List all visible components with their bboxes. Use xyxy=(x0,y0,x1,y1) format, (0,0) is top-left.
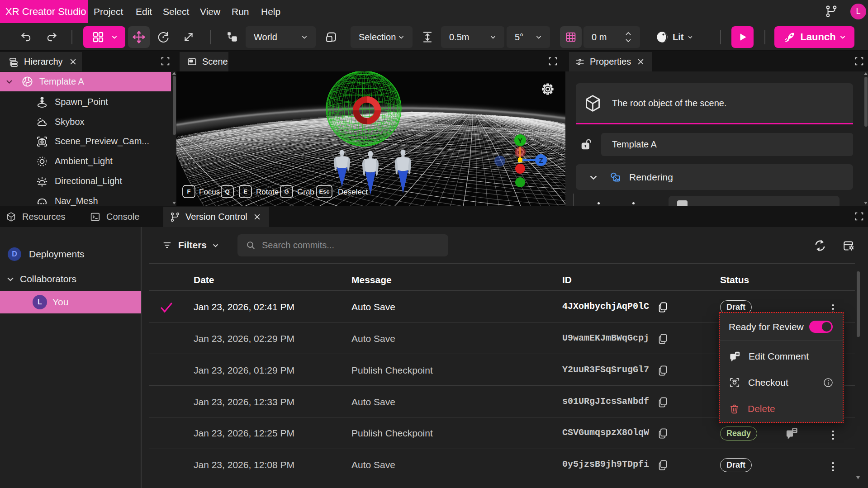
svg-text:Z: Z xyxy=(539,156,543,164)
svg-text:Grab: Grab xyxy=(297,188,314,196)
svg-text:Rotate: Rotate xyxy=(256,188,279,196)
svg-text:F: F xyxy=(187,188,191,195)
svg-text:G: G xyxy=(284,188,289,195)
svg-text:E: E xyxy=(243,188,247,195)
svg-text:Esc: Esc xyxy=(319,188,329,195)
svg-text:Y: Y xyxy=(518,137,522,144)
svg-text:Q: Q xyxy=(225,188,229,195)
svg-text:Focus: Focus xyxy=(199,188,220,196)
svg-text:Deselect: Deselect xyxy=(338,188,368,196)
